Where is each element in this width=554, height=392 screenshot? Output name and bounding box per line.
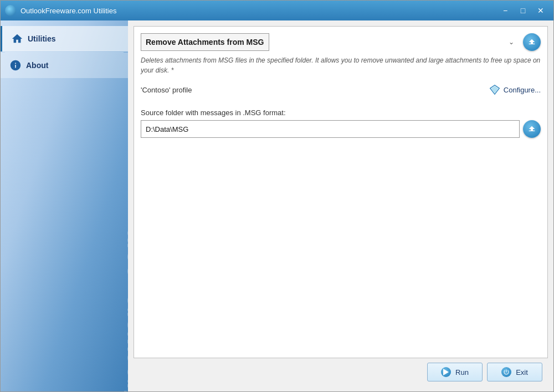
arrow-up-icon — [527, 38, 536, 47]
folder-path-input[interactable] — [141, 120, 520, 138]
info-icon — [9, 59, 22, 71]
exit-button[interactable]: Exit — [487, 363, 542, 381]
bottom-bar: Run Exit — [134, 358, 548, 386]
home-icon — [11, 33, 23, 45]
utility-dropdown[interactable]: Remove Attachments from MSG — [141, 33, 269, 51]
minimize-button[interactable]: − — [497, 4, 514, 17]
profile-row: 'Contoso' profile Configure... — [141, 84, 541, 100]
source-folder-section: Source folder with messages in .MSG form… — [141, 109, 541, 138]
browse-folder-button[interactable] — [523, 120, 541, 138]
folder-input-row — [141, 120, 541, 138]
profile-label: 'Contoso' profile — [141, 86, 192, 94]
sidebar-item-utilities[interactable]: Utilities — [1, 26, 128, 51]
dropdown-wrapper: Remove Attachments from MSG ⌄ — [141, 33, 520, 51]
power-symbol-icon — [503, 369, 510, 375]
diamond-icon — [489, 84, 500, 95]
sidebar: Utilities About Outlook Freeware .com — [1, 20, 128, 391]
power-icon — [501, 367, 511, 377]
sidebar-about-label: About — [26, 61, 48, 70]
sidebar-item-about[interactable]: About — [1, 53, 128, 78]
run-icon — [441, 367, 451, 377]
sidebar-utilities-label: Utilities — [28, 34, 56, 43]
content-spacer — [141, 138, 541, 351]
folder-up-icon — [527, 125, 536, 133]
description-text: Deletes attachments from MSG files in th… — [141, 55, 541, 75]
chevron-down-icon: ⌄ — [509, 38, 514, 46]
main-content: Utilities About Outlook Freeware .com Re… — [1, 20, 553, 391]
run-button[interactable]: Run — [427, 363, 483, 381]
upload-button[interactable] — [523, 33, 541, 51]
title-bar: OutlookFreeware.com Utilities − □ ✕ — [1, 1, 553, 20]
content-box: Remove Attachments from MSG ⌄ Deletes at… — [134, 26, 548, 358]
right-panel: Remove Attachments from MSG ⌄ Deletes at… — [128, 20, 553, 391]
run-label: Run — [455, 368, 469, 376]
play-icon — [443, 369, 449, 375]
window-controls: − □ ✕ — [497, 4, 549, 17]
exit-label: Exit — [516, 368, 528, 376]
source-folder-label: Source folder with messages in .MSG form… — [141, 109, 541, 117]
window-title: OutlookFreeware.com Utilities — [20, 7, 497, 15]
configure-label: Configure... — [504, 86, 541, 94]
configure-button[interactable]: Configure... — [489, 84, 541, 95]
close-button[interactable]: ✕ — [532, 4, 549, 17]
dropdown-row: Remove Attachments from MSG ⌄ — [141, 33, 541, 51]
sidebar-watermark: Outlook Freeware .com — [119, 227, 128, 391]
maximize-button[interactable]: □ — [515, 4, 531, 17]
app-icon — [5, 5, 16, 16]
main-window: OutlookFreeware.com Utilities − □ ✕ Util… — [0, 0, 554, 392]
